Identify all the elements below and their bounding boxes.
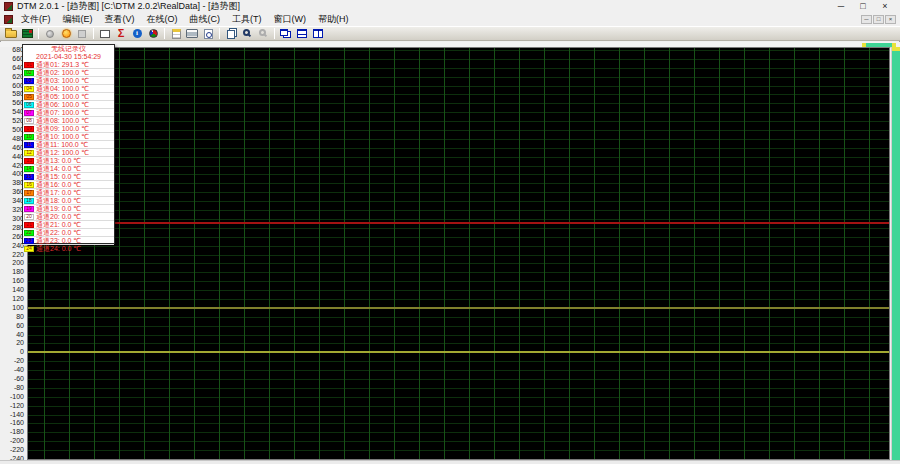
channel-color-swatch: 04: [24, 86, 34, 92]
legend-channel-row: 11通道11: 100.0 ℃: [23, 141, 114, 149]
channel-color-swatch: 07: [24, 110, 34, 116]
toolbar-separator: [164, 28, 165, 39]
legend-channel-row: 23通道23: 0.0 ℃: [23, 237, 114, 245]
window-controls: ─□×: [830, 1, 896, 13]
v-gridline: [744, 48, 745, 459]
v-gridline: [719, 48, 720, 459]
title-bar: DTM 2.0.1 - [趋势图] [C:\DTM 2.0.2\RealData…: [0, 0, 900, 13]
window-title: DTM 2.0.1 - [趋势图] [C:\DTM 2.0.2\RealData…: [17, 0, 240, 13]
close-button[interactable]: ×: [874, 1, 896, 13]
chart-plot-area[interactable]: [27, 47, 890, 460]
report-button[interactable]: [168, 27, 184, 40]
mdi-restore-button[interactable]: □: [873, 15, 884, 24]
stop-inactive-button[interactable]: [74, 27, 90, 40]
y-axis-label: -180: [10, 428, 24, 435]
v-gridline: [819, 48, 820, 459]
data-table-button[interactable]: [19, 27, 35, 40]
vertical-slider-thumb[interactable]: [892, 51, 900, 460]
h-gridline: [28, 174, 889, 175]
tile-vertical-button[interactable]: [310, 27, 326, 40]
v-gridline: [319, 48, 320, 459]
menu-item-view[interactable]: 查看(V): [101, 13, 143, 26]
channel-value-text: 通道23: 0.0 ℃: [36, 237, 81, 244]
h-gridline: [28, 228, 889, 229]
pie-chart-button[interactable]: [145, 27, 161, 40]
toolbar-separator: [274, 28, 275, 39]
channel-color-swatch: 12: [24, 150, 34, 156]
y-axis-label: 20: [16, 339, 24, 346]
app-icon: [4, 2, 13, 11]
record-active-button[interactable]: [58, 27, 74, 40]
cascade-windows-button[interactable]: [278, 27, 294, 40]
zoom-icon: [243, 29, 250, 36]
toolbar: Σi: [0, 26, 900, 41]
legend-panel[interactable]: 无线记录仪 2021-04-30 15:54:29 01通道01: 291.3 …: [22, 44, 115, 244]
channel-value-text: 通道18: 0.0 ℃: [36, 197, 81, 204]
zoom-disabled-button[interactable]: [255, 27, 271, 40]
h-gridline: [28, 255, 889, 256]
tile-horizontal-button[interactable]: [294, 27, 310, 40]
channel-color-swatch: 23: [24, 238, 34, 244]
h-gridline: [28, 103, 889, 104]
statistics-button[interactable]: Σ: [113, 27, 129, 40]
app-window: DTM 2.0.1 - [趋势图] [C:\DTM 2.0.2\RealData…: [0, 0, 900, 464]
legend-channel-row: 04通道04: 100.0 ℃: [23, 85, 114, 93]
y-axis-label: -140: [10, 411, 24, 418]
legend-channel-row: 14通道14: 0.0 ℃: [23, 165, 114, 173]
y-axis-label: -200: [10, 437, 24, 444]
menu-item-help[interactable]: 帮助(H): [314, 13, 357, 26]
channel-value-text: 通道01: 291.3 ℃: [36, 61, 89, 68]
h-gridline: [28, 450, 889, 451]
h-gridline: [28, 112, 889, 113]
document-icon: [4, 15, 13, 24]
print-preview-button[interactable]: [200, 27, 216, 40]
h-gridline: [28, 157, 889, 158]
h-gridline: [28, 299, 889, 300]
menu-item-tools[interactable]: 工具(T): [228, 13, 270, 26]
v-gridline: [119, 48, 120, 459]
channel-value-text: 通道24: 0.0 ℃: [36, 245, 81, 252]
legend-channel-row: 03通道03: 100.0 ℃: [23, 77, 114, 85]
channel-value-text: 通道05: 100.0 ℃: [36, 93, 89, 100]
h-gridline: [28, 210, 889, 211]
h-gridline: [28, 192, 889, 193]
h-gridline: [28, 219, 889, 220]
v-gridline: [394, 48, 395, 459]
menu-item-window[interactable]: 窗口(W): [270, 13, 315, 26]
h-gridline: [28, 343, 889, 344]
channel-color-swatch: 21: [24, 222, 34, 228]
mdi-minimize-button[interactable]: ─: [861, 15, 872, 24]
toolbar-separator: [219, 28, 220, 39]
channel-value-text: 通道14: 0.0 ℃: [36, 165, 81, 172]
h-gridline: [28, 166, 889, 167]
menu-item-file[interactable]: 文件(F): [17, 13, 59, 26]
y-axis-label: 80: [16, 313, 24, 320]
copy-button[interactable]: [223, 27, 239, 40]
h-gridline: [28, 406, 889, 407]
h-gridline: [28, 183, 889, 184]
menu-item-curve[interactable]: 曲线(C): [186, 13, 229, 26]
y-axis-label: 60: [16, 322, 24, 329]
info-button[interactable]: i: [129, 27, 145, 40]
minimize-button[interactable]: ─: [830, 1, 852, 13]
menu-item-online[interactable]: 在线(O): [143, 13, 186, 26]
v-gridline: [794, 48, 795, 459]
restore-button[interactable]: □: [852, 1, 874, 13]
menu-item-edit[interactable]: 编辑(E): [59, 13, 101, 26]
v-gridline: [644, 48, 645, 459]
channel-value-text: 通道21: 0.0 ℃: [36, 221, 81, 228]
open-file-button[interactable]: [3, 27, 19, 40]
print-button[interactable]: [184, 27, 200, 40]
y-axis-label: -100: [10, 393, 24, 400]
y-axis-label: -40: [14, 366, 24, 373]
circle-orange-icon: [62, 29, 71, 38]
zoom-button[interactable]: [239, 27, 255, 40]
y-axis-label: 180: [12, 268, 24, 275]
channel-value-text: 通道04: 100.0 ℃: [36, 85, 89, 92]
trend-view-button[interactable]: [97, 27, 113, 40]
record-inactive-button[interactable]: [42, 27, 58, 40]
info-icon: i: [133, 29, 142, 38]
mdi-close-button[interactable]: ×: [885, 15, 896, 24]
legend-channel-row: 07通道07: 100.0 ℃: [23, 109, 114, 117]
v-gridline: [844, 48, 845, 459]
